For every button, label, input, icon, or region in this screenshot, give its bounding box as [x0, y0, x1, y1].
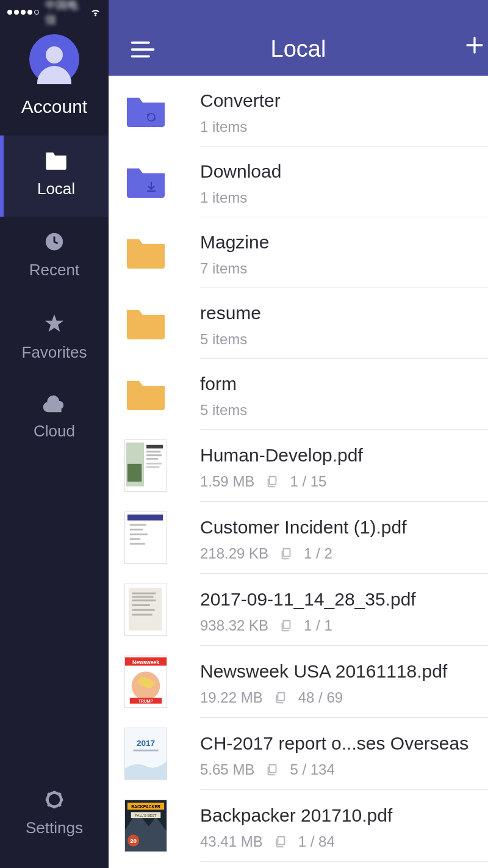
- item-name: Download: [200, 161, 488, 182]
- page-count: 1 / 2: [304, 545, 332, 562]
- item-meta: 5 items: [200, 402, 247, 419]
- svg-text:Newsweek: Newsweek: [132, 659, 159, 665]
- svg-rect-36: [278, 693, 284, 701]
- wifi-icon: [90, 5, 101, 19]
- svg-rect-9: [146, 450, 160, 452]
- file-size: 5.65 MB: [200, 761, 254, 778]
- sidebar-item-recent[interactable]: Recent: [0, 217, 109, 298]
- star-icon: [0, 313, 109, 335]
- page-count: 5 / 134: [290, 761, 334, 778]
- item-meta: 7 items: [200, 260, 247, 277]
- svg-rect-17: [130, 529, 143, 530]
- svg-rect-27: [132, 609, 155, 611]
- item-name: CH-2017 report o...ses Overseas: [200, 733, 488, 754]
- list-item[interactable]: Customer Incident (1).pdf 218.29 KB 1 / …: [109, 502, 488, 574]
- svg-text:BACKPACKER: BACKPACKER: [131, 805, 160, 809]
- list-item[interactable]: 2017 CH-2017 report o...ses Overseas 5.6…: [109, 718, 488, 790]
- folder-icon: [124, 89, 167, 133]
- svg-rect-48: [278, 837, 284, 845]
- avatar-icon: [29, 34, 79, 84]
- pdf-thumbnail: [124, 512, 167, 564]
- svg-text:2017: 2017: [137, 739, 155, 748]
- item-name: Backpacker 201710.pdf: [200, 805, 488, 826]
- list-item[interactable]: resume 5 items: [109, 288, 488, 359]
- list-item[interactable]: NewsweekTRUMP Newsweek USA 20161118.pdf …: [109, 646, 488, 718]
- main-panel: Local Converter 1 items Download 1 items…: [109, 0, 488, 868]
- svg-rect-24: [132, 596, 154, 598]
- page-count: 1 / 15: [290, 473, 326, 490]
- account-label: Account: [0, 96, 109, 117]
- svg-rect-15: [127, 515, 163, 521]
- menu-button[interactable]: [109, 40, 173, 62]
- pages-icon: [279, 619, 293, 632]
- gear-icon: [0, 789, 109, 810]
- pages-icon: [265, 475, 279, 488]
- page-count: 1 / 1: [304, 617, 332, 634]
- sidebar-item-local[interactable]: Local: [0, 136, 109, 217]
- signal-dots-icon: [7, 10, 39, 15]
- list-item[interactable]: form 5 items: [109, 359, 488, 430]
- item-meta: 5 items: [200, 331, 247, 348]
- item-name: form: [200, 374, 488, 394]
- sidebar-item-cloud[interactable]: Cloud: [0, 380, 109, 459]
- sidebar-item-favorites[interactable]: Favorites: [0, 298, 109, 380]
- list-item[interactable]: Human-Develop.pdf 1.59 MB 1 / 15: [109, 430, 488, 502]
- svg-rect-28: [132, 614, 152, 616]
- svg-rect-13: [146, 466, 159, 468]
- pdf-thumbnail: NewsweekTRUMP: [124, 656, 167, 708]
- svg-rect-39: [134, 750, 159, 751]
- svg-text:TRUMP: TRUMP: [138, 699, 154, 703]
- add-button[interactable]: [465, 32, 488, 62]
- svg-rect-10: [146, 454, 162, 456]
- item-name: 2017-09-11_14_28_35.pdf: [200, 589, 488, 610]
- file-list[interactable]: Converter 1 items Download 1 items Magzi…: [109, 76, 488, 868]
- file-size: 19.22 MB: [200, 689, 263, 706]
- carrier-text: 中国电信: [45, 0, 84, 27]
- folder-icon: [124, 372, 167, 416]
- svg-rect-18: [130, 533, 148, 535]
- list-item[interactable]: Magzine 7 items: [109, 217, 488, 288]
- sidebar-item-settings[interactable]: Settings: [0, 775, 109, 856]
- folder-icon: [4, 150, 109, 171]
- item-name: Newsweek USA 20161118.pdf: [200, 661, 488, 682]
- svg-rect-14: [270, 477, 276, 485]
- pages-icon: [274, 691, 287, 704]
- page-count: 1 / 84: [298, 833, 335, 850]
- pdf-thumbnail: 2017: [124, 728, 167, 780]
- item-name: Converter: [200, 90, 488, 111]
- svg-rect-20: [130, 543, 145, 545]
- list-item[interactable]: BACKPACKERFALL'S BEST20 Backpacker 20171…: [109, 790, 488, 862]
- pdf-thumbnail: [124, 584, 167, 636]
- pages-icon: [265, 763, 279, 776]
- folder-icon: [124, 160, 167, 204]
- item-meta: 1 items: [200, 189, 247, 206]
- plus-icon: [465, 35, 484, 55]
- svg-rect-11: [146, 458, 158, 460]
- pdf-thumbnail: BACKPACKERFALL'S BEST20: [124, 800, 167, 852]
- svg-rect-12: [146, 463, 162, 465]
- clock-icon: [0, 231, 109, 252]
- page-title: Local: [271, 36, 326, 62]
- svg-rect-21: [284, 549, 290, 557]
- page-count: 48 / 69: [298, 689, 343, 706]
- svg-rect-23: [132, 593, 156, 595]
- svg-text:FALL'S BEST: FALL'S BEST: [135, 814, 157, 817]
- item-name: resume: [200, 303, 488, 324]
- pdf-thumbnail: [124, 439, 167, 492]
- list-item[interactable]: Download 1 items: [109, 146, 488, 217]
- svg-rect-8: [146, 445, 163, 449]
- item-name: Magzine: [200, 232, 488, 253]
- svg-rect-26: [132, 604, 150, 606]
- hamburger-icon: [131, 40, 155, 59]
- svg-rect-40: [270, 765, 276, 773]
- item-name: Customer Incident (1).pdf: [200, 517, 488, 538]
- list-item[interactable]: Converter 1 items: [109, 76, 488, 146]
- svg-text:20: 20: [130, 837, 137, 844]
- sidebar: 中国电信 Account Local Recent Favorites Clou…: [0, 0, 109, 868]
- cloud-icon: [0, 395, 109, 413]
- item-meta: 1 items: [200, 118, 247, 136]
- header: Local: [109, 0, 488, 76]
- list-item[interactable]: 2017-09-11_14_28_35.pdf 938.32 KB 1 / 1: [109, 574, 488, 646]
- folder-icon: [124, 231, 167, 275]
- file-size: 43.41 MB: [200, 833, 263, 850]
